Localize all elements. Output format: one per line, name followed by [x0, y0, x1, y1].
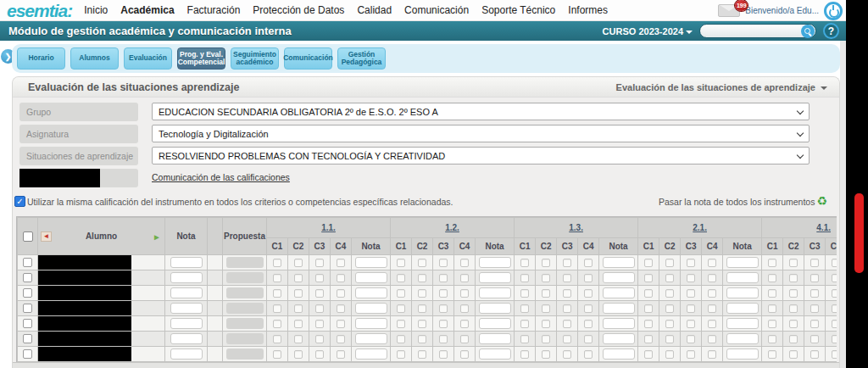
group-nota-input[interactable] [479, 318, 511, 329]
group-link-1-3[interactable]: 1.3. [569, 223, 583, 232]
criteria-checkbox[interactable] [418, 350, 426, 359]
group-link-1-2[interactable]: 1.2. [445, 223, 459, 232]
criteria-checkbox[interactable] [315, 320, 324, 328]
menu-item-comunicacion[interactable]: Comunicación [404, 4, 469, 16]
criteria-checkbox[interactable] [644, 304, 653, 313]
criteria-checkbox[interactable] [810, 274, 819, 282]
criteria-checkbox[interactable] [439, 259, 448, 267]
criteria-checkbox[interactable] [687, 274, 695, 282]
criteria-checkbox[interactable] [768, 320, 776, 328]
criteria-checkbox[interactable] [768, 289, 776, 298]
criteria-checkbox[interactable] [832, 350, 837, 359]
group-nota-input[interactable] [603, 333, 635, 344]
criteria-checkbox[interactable] [273, 350, 281, 359]
criteria-checkbox[interactable] [315, 289, 324, 298]
criteria-checkbox[interactable] [337, 350, 345, 359]
criteria-checkbox[interactable] [397, 274, 405, 282]
criteria-checkbox[interactable] [294, 335, 303, 343]
criteria-checkbox[interactable] [789, 274, 798, 282]
group-nota-input[interactable] [726, 272, 759, 283]
arrow-left-icon[interactable]: ◄ [41, 231, 52, 242]
criteria-checkbox[interactable] [665, 320, 674, 328]
row-checkbox[interactable] [23, 319, 32, 328]
criteria-checkbox[interactable] [397, 304, 405, 313]
criteria-checkbox[interactable] [563, 350, 571, 359]
group-nota-input[interactable] [479, 333, 511, 344]
group-nota-input[interactable] [479, 348, 511, 360]
view-selector-dropdown[interactable]: Evaluación de las situaciones de aprendi… [616, 82, 827, 92]
criteria-checkbox[interactable] [708, 320, 716, 328]
criteria-checkbox[interactable] [810, 289, 819, 298]
criteria-checkbox[interactable] [644, 274, 653, 282]
criteria-checkbox[interactable] [439, 274, 448, 282]
criteria-checkbox[interactable] [542, 335, 550, 343]
criteria-checkbox[interactable] [789, 304, 798, 313]
criteria-checkbox[interactable] [273, 320, 281, 328]
group-nota-input[interactable] [603, 287, 635, 298]
group-nota-input[interactable] [479, 303, 511, 314]
group-nota-input[interactable] [726, 348, 759, 360]
group-nota-input[interactable] [603, 257, 635, 268]
criteria-checkbox[interactable] [294, 259, 303, 267]
nota-input[interactable] [170, 287, 203, 298]
criteria-checkbox[interactable] [768, 335, 776, 343]
group-nota-input[interactable] [355, 303, 387, 314]
criteria-checkbox[interactable] [665, 350, 674, 359]
criteria-checkbox[interactable] [542, 274, 550, 282]
course-selector[interactable]: CURSO 2023-2024 [603, 26, 693, 36]
criteria-checkbox[interactable] [708, 289, 716, 298]
criteria-checkbox[interactable] [397, 335, 405, 343]
group-nota-input[interactable] [603, 348, 635, 360]
criteria-checkbox[interactable] [397, 289, 405, 298]
group-nota-input[interactable] [726, 257, 759, 268]
menu-item-calidad[interactable]: Calidad [357, 4, 392, 16]
criteria-checkbox[interactable] [460, 350, 469, 359]
criteria-checkbox[interactable] [832, 259, 837, 267]
menu-item-soporte-tecnico[interactable]: Soporte Técnico [481, 4, 555, 16]
criteria-checkbox[interactable] [708, 335, 716, 343]
criteria-checkbox[interactable] [294, 350, 303, 359]
menu-item-proteccion-de-datos[interactable]: Protección de Datos [253, 4, 344, 16]
criteria-checkbox[interactable] [832, 304, 837, 313]
nota-input[interactable] [170, 333, 203, 344]
nota-input[interactable] [170, 303, 203, 314]
criteria-checkbox[interactable] [644, 320, 653, 328]
criteria-checkbox[interactable] [810, 320, 819, 328]
criteria-checkbox[interactable] [273, 304, 281, 313]
criteria-checkbox[interactable] [460, 304, 469, 313]
criteria-checkbox[interactable] [789, 335, 798, 343]
group-nota-input[interactable] [603, 303, 635, 314]
criteria-checkbox[interactable] [644, 350, 653, 359]
criteria-checkbox[interactable] [708, 259, 716, 267]
row-checkbox[interactable] [23, 258, 32, 267]
criteria-checkbox[interactable] [337, 289, 345, 298]
criteria-checkbox[interactable] [294, 320, 303, 328]
criteria-checkbox[interactable] [665, 274, 674, 282]
group-nota-input[interactable] [726, 333, 759, 344]
criteria-checkbox[interactable] [294, 304, 303, 313]
criteria-checkbox[interactable] [563, 320, 571, 328]
criteria-checkbox[interactable] [520, 350, 529, 359]
criteria-checkbox[interactable] [687, 289, 695, 298]
criteria-checkbox[interactable] [542, 304, 550, 313]
power-icon[interactable] [824, 2, 843, 20]
menu-item-facturacion[interactable]: Facturación [187, 4, 241, 16]
criteria-checkbox[interactable] [418, 320, 426, 328]
criteria-checkbox[interactable] [337, 304, 345, 313]
criteria-checkbox[interactable] [315, 304, 324, 313]
criteria-checkbox[interactable] [337, 259, 345, 267]
group-nota-input[interactable] [479, 257, 511, 268]
tab-horario[interactable]: Horario [17, 47, 65, 70]
criteria-checkbox[interactable] [832, 320, 837, 328]
criteria-checkbox[interactable] [563, 289, 571, 298]
search-input[interactable] [707, 25, 796, 36]
criteria-checkbox[interactable] [665, 304, 674, 313]
criteria-checkbox[interactable] [397, 350, 405, 359]
criteria-checkbox[interactable] [708, 304, 716, 313]
horizontal-scrollbar[interactable] [13, 362, 840, 368]
criteria-checkbox[interactable] [397, 259, 405, 267]
criteria-checkbox[interactable] [789, 350, 798, 359]
criteria-checkbox[interactable] [768, 350, 776, 359]
group-link-4-1[interactable]: 4.1. [816, 223, 831, 232]
tab-alumnos[interactable]: Alumnos [70, 47, 119, 70]
